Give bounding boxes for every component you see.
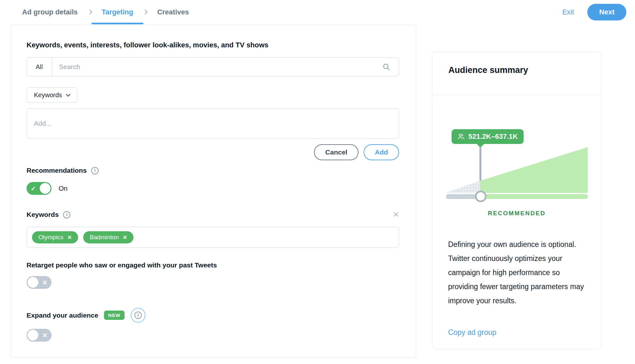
check-icon: ✓: [31, 182, 36, 195]
chevron-right-icon: [143, 9, 148, 14]
audience-size-track: [446, 194, 588, 199]
recommended-label: RECOMMENDED: [446, 210, 588, 217]
search-filter-all[interactable]: All: [27, 58, 52, 76]
audience-summary-panel: Audience summary 521.2K–637.1K: [432, 51, 601, 349]
retarget-toggle-row: ✕: [27, 276, 399, 289]
breadcrumb-ad-group-details[interactable]: Ad group details: [20, 0, 80, 24]
targeting-type-value: Keywords: [34, 91, 62, 99]
tag-label: Olympics: [38, 234, 63, 241]
retarget-title: Retarget people who saw or engaged with …: [27, 261, 217, 269]
chevron-right-icon: [87, 9, 92, 14]
tag-label: Badminton: [90, 234, 119, 241]
header-actions: Exit Next: [562, 0, 626, 24]
twitter-ads-targeting-page: Ad group details Targeting Creatives Exi…: [0, 0, 635, 364]
targeting-search-box: All: [27, 57, 399, 76]
remove-tag-icon[interactable]: ✕: [123, 234, 127, 241]
x-icon: ✕: [42, 329, 47, 342]
breadcrumb: Ad group details Targeting Creatives: [20, 0, 191, 24]
expand-audience-toggle-row: ✕: [27, 329, 399, 342]
next-button[interactable]: Next: [587, 4, 626, 20]
targeting-type-dropdown[interactable]: Keywords: [27, 87, 77, 103]
breadcrumb-targeting[interactable]: Targeting: [100, 0, 135, 24]
keyword-tags-box[interactable]: Olympics ✕ Badminton ✕: [27, 227, 399, 248]
exit-link[interactable]: Exit: [562, 8, 574, 16]
copy-ad-group-link[interactable]: Copy ad group: [448, 328, 496, 337]
audience-estimate-value: 521.2K–637.1K: [469, 132, 518, 141]
recommendations-state-label: On: [59, 185, 68, 192]
expand-audience-toggle[interactable]: ✕: [27, 329, 52, 342]
search-input[interactable]: [52, 58, 382, 76]
wedge-selected-range: [480, 147, 588, 193]
expand-audience-header: Expand your audience NEW i: [27, 309, 399, 322]
remove-tag-icon[interactable]: ✕: [67, 234, 72, 241]
audience-size-wedge: [446, 147, 588, 193]
breadcrumb-creatives[interactable]: Creatives: [155, 0, 191, 24]
x-icon: ✕: [42, 276, 47, 289]
targeting-panel: Keywords, events, interests, follower lo…: [10, 25, 416, 358]
info-icon[interactable]: i: [134, 312, 142, 319]
people-icon: [457, 133, 465, 140]
recommendations-toggle[interactable]: ✓: [27, 182, 52, 195]
audience-size-chart: 521.2K–637.1K RECOMMENDED: [446, 129, 588, 222]
audience-summary-title: Audience summary: [448, 65, 585, 75]
wizard-header: Ad group details Targeting Creatives Exi…: [0, 0, 635, 24]
recommendations-title: Recommendations: [27, 167, 87, 174]
recommendations-header: Recommendations i: [27, 167, 399, 174]
cancel-button[interactable]: Cancel: [314, 144, 358, 160]
audience-estimate-badge: 521.2K–637.1K: [452, 129, 524, 144]
recommendations-toggle-row: ✓ On: [27, 182, 399, 195]
keywords-title: Keywords: [27, 211, 59, 218]
keywords-header: Keywords i ✕: [27, 211, 399, 218]
toggle-knob: [28, 277, 38, 288]
search-icon: [382, 58, 399, 76]
wedge-below-selection: [446, 181, 480, 193]
add-keywords-input[interactable]: [27, 108, 399, 138]
targeting-section-title: Keywords, events, interests, follower lo…: [27, 41, 399, 50]
toggle-knob: [28, 330, 38, 341]
audience-summary-header: Audience summary: [432, 52, 601, 95]
add-actions-row: Cancel Add: [27, 144, 399, 160]
retarget-header: Retarget people who saw or engaged with …: [27, 261, 399, 269]
info-icon-focus-ring: i: [132, 309, 145, 322]
toggle-knob: [40, 183, 51, 194]
keyword-tag-badminton[interactable]: Badminton ✕: [83, 231, 133, 243]
chevron-down-icon: [66, 92, 70, 97]
add-button[interactable]: Add: [364, 144, 399, 160]
new-badge: NEW: [104, 311, 125, 320]
audience-size-slider-handle[interactable]: [475, 191, 486, 202]
expand-audience-title: Expand your audience: [27, 312, 98, 319]
remove-keywords-section-icon[interactable]: ✕: [393, 211, 399, 218]
track-selected-range: [480, 194, 588, 199]
info-icon[interactable]: i: [91, 167, 99, 174]
retarget-toggle[interactable]: ✕: [27, 276, 52, 289]
keyword-tag-olympics[interactable]: Olympics ✕: [32, 231, 78, 243]
audience-summary-description: Defining your own audience is optional. …: [448, 237, 589, 308]
info-icon[interactable]: i: [63, 211, 70, 218]
